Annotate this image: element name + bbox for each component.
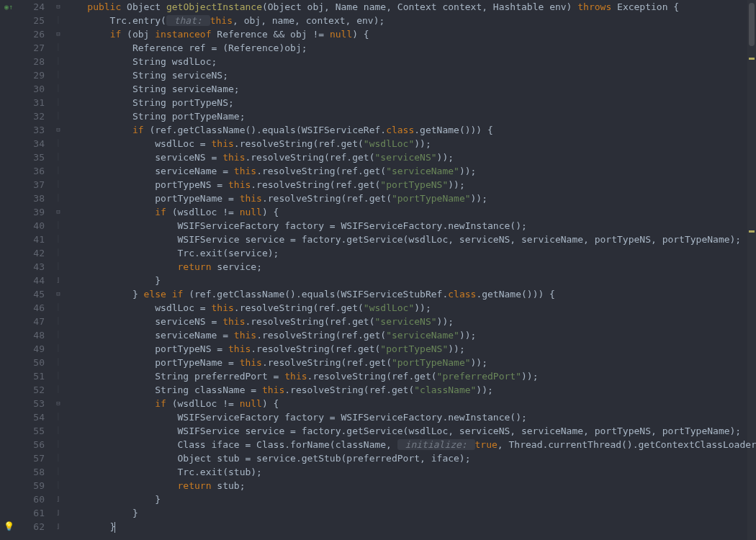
fold-toggle-icon[interactable]: ⊟ — [52, 0, 65, 14]
code-line[interactable]: Class iface = Class.forName(className, i… — [65, 438, 756, 451]
fold-guide[interactable]: │ — [52, 356, 65, 369]
line-number[interactable]: 55 — [17, 424, 45, 438]
line-number[interactable]: 53 — [17, 397, 45, 410]
line-number[interactable]: 30 — [17, 82, 45, 96]
code-editor[interactable]: ◉↑💡 242526272829303132333435363738394041… — [0, 0, 756, 540]
line-number[interactable]: 25 — [17, 14, 45, 27]
line-number[interactable]: 35 — [17, 150, 45, 164]
line-number[interactable]: 43 — [17, 260, 45, 274]
line-number[interactable]: 24 — [17, 0, 45, 14]
code-area[interactable]: public Object getObjectInstance(Object o… — [65, 0, 756, 540]
fold-guide[interactable]: │ — [52, 55, 65, 68]
line-number[interactable]: 60 — [17, 492, 45, 506]
fold-guide[interactable]: │ — [52, 342, 65, 356]
fold-guide[interactable]: │ — [52, 301, 65, 315]
fold-guide[interactable]: │ — [52, 369, 65, 383]
override-gutter-icon[interactable]: ◉↑ — [4, 0, 13, 14]
code-line[interactable]: String serviceName; — [65, 82, 756, 96]
line-number[interactable]: 40 — [17, 219, 45, 233]
fold-toggle-icon[interactable]: ⊟ — [52, 397, 65, 410]
code-line[interactable]: Trc.exit(stub); — [65, 465, 756, 479]
code-line[interactable]: } else if (ref.getClassName().equals(WSI… — [65, 287, 756, 301]
code-line[interactable]: portTypeNS = this.resolveString(ref.get(… — [65, 342, 756, 356]
fold-guide[interactable]: │ — [52, 164, 65, 178]
line-number[interactable]: 47 — [17, 315, 45, 328]
code-line[interactable]: portTypeNS = this.resolveString(ref.get(… — [65, 178, 756, 192]
fold-guide[interactable]: │ — [52, 109, 65, 123]
line-number-gutter[interactable]: 2425262728293031323334353637383940414243… — [17, 0, 52, 540]
code-line[interactable]: } — [65, 506, 756, 520]
fold-guide[interactable]: │ — [52, 137, 65, 150]
intention-bulb-icon[interactable]: 💡 — [4, 520, 14, 534]
fold-guide[interactable]: │ — [52, 438, 65, 451]
code-line[interactable]: } — [65, 520, 756, 534]
code-line[interactable]: String wsdlLoc; — [65, 55, 756, 68]
fold-guide[interactable]: │ — [52, 465, 65, 479]
line-number[interactable]: 26 — [17, 27, 45, 41]
line-number[interactable]: 59 — [17, 479, 45, 492]
fold-guide[interactable]: │ — [52, 328, 65, 342]
fold-guide[interactable]: │ — [52, 82, 65, 96]
code-line[interactable]: wsdlLoc = this.resolveString(ref.get("ws… — [65, 301, 756, 315]
code-line[interactable]: String portTypeNS; — [65, 96, 756, 109]
fold-toggle-icon[interactable]: ⊟ — [52, 287, 65, 301]
fold-guide[interactable]: │ — [52, 233, 65, 246]
line-number[interactable]: 49 — [17, 342, 45, 356]
fold-gutter[interactable]: ⊟│⊟││││││⊟│││││⊟││││⌋⊟│││││││⊟││││││⌋⌋⌋ — [52, 0, 65, 540]
code-line[interactable]: String preferredPort = this.resolveStrin… — [65, 369, 756, 383]
line-number[interactable]: 54 — [17, 410, 45, 424]
vertical-scrollbar[interactable] — [747, 0, 756, 540]
fold-guide[interactable]: │ — [52, 14, 65, 27]
line-number[interactable]: 58 — [17, 465, 45, 479]
fold-guide[interactable]: │ — [52, 96, 65, 109]
code-line[interactable]: wsdlLoc = this.resolveString(ref.get("ws… — [65, 137, 756, 150]
fold-guide[interactable]: │ — [52, 424, 65, 438]
line-number[interactable]: 52 — [17, 383, 45, 397]
code-line[interactable]: portTypeName = this.resolveString(ref.ge… — [65, 356, 756, 369]
code-line[interactable]: if (ref.getClassName().equals(WSIFServic… — [65, 123, 756, 137]
code-line[interactable]: Trc.exit(service); — [65, 246, 756, 260]
code-line[interactable]: portTypeName = this.resolveString(ref.ge… — [65, 192, 756, 205]
code-line[interactable]: public Object getObjectInstance(Object o… — [65, 0, 756, 14]
fold-toggle-icon[interactable]: ⊟ — [52, 205, 65, 219]
line-number[interactable]: 45 — [17, 287, 45, 301]
code-line[interactable]: if (wsdlLoc != null) { — [65, 205, 756, 219]
fold-guide[interactable]: │ — [52, 383, 65, 397]
line-number[interactable]: 44 — [17, 274, 45, 287]
fold-guide[interactable]: │ — [52, 260, 65, 274]
scrollbar-thumb[interactable] — [749, 3, 755, 46]
code-line[interactable]: String serviceNS; — [65, 68, 756, 82]
code-line[interactable]: serviceName = this.resolveString(ref.get… — [65, 164, 756, 178]
line-number[interactable]: 46 — [17, 301, 45, 315]
fold-guide[interactable]: │ — [52, 41, 65, 55]
line-number[interactable]: 42 — [17, 246, 45, 260]
line-number[interactable]: 62 — [17, 520, 45, 534]
line-number[interactable]: 51 — [17, 369, 45, 383]
code-line[interactable]: } — [65, 274, 756, 287]
line-number[interactable]: 27 — [17, 41, 45, 55]
fold-end-icon[interactable]: ⌋ — [52, 506, 65, 520]
line-number[interactable]: 37 — [17, 178, 45, 192]
fold-guide[interactable]: │ — [52, 246, 65, 260]
fold-end-icon[interactable]: ⌋ — [52, 520, 65, 534]
code-line[interactable]: return service; — [65, 260, 756, 274]
line-number[interactable]: 28 — [17, 55, 45, 68]
code-line[interactable]: Object stub = service.getStub(preferredP… — [65, 451, 756, 465]
line-number[interactable]: 50 — [17, 356, 45, 369]
code-line[interactable]: Trc.entry( that: this, obj, name, contex… — [65, 14, 756, 27]
code-line[interactable]: WSIFService service = factory.getService… — [65, 233, 756, 246]
line-number[interactable]: 33 — [17, 123, 45, 137]
line-number[interactable]: 32 — [17, 109, 45, 123]
code-line[interactable]: } — [65, 492, 756, 506]
scrollbar-warning-mark[interactable] — [749, 230, 755, 233]
scrollbar-warning-mark[interactable] — [749, 58, 755, 60]
code-line[interactable]: WSIFService service = factory.getService… — [65, 424, 756, 438]
fold-guide[interactable]: │ — [52, 178, 65, 192]
line-number[interactable]: 56 — [17, 438, 45, 451]
code-line[interactable]: WSIFServiceFactory factory = WSIFService… — [65, 410, 756, 424]
fold-guide[interactable]: │ — [52, 68, 65, 82]
code-line[interactable]: String portTypeName; — [65, 109, 756, 123]
fold-toggle-icon[interactable]: ⊟ — [52, 27, 65, 41]
fold-toggle-icon[interactable]: ⊟ — [52, 123, 65, 137]
line-number[interactable]: 36 — [17, 164, 45, 178]
